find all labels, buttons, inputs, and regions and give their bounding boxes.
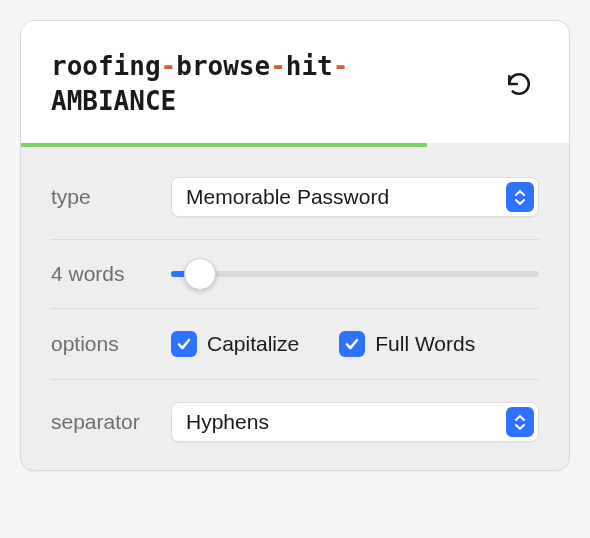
password-display-area: roofing-browse-hit-AMBIANCE (21, 21, 569, 143)
separator-label: separator (51, 410, 171, 434)
separator-select[interactable]: Hyphens (171, 402, 539, 442)
capitalize-label: Capitalize (207, 332, 299, 356)
refresh-icon (506, 71, 532, 97)
slider-thumb[interactable] (184, 258, 216, 290)
options-label: options (51, 332, 171, 356)
chevron-up-down-icon (506, 182, 534, 212)
capitalize-checkbox[interactable]: Capitalize (171, 331, 299, 357)
checkbox-box (339, 331, 365, 357)
chevron-up-down-icon (506, 407, 534, 437)
words-slider[interactable] (171, 271, 539, 277)
separator-select-value: Hyphens (186, 410, 269, 434)
separator-row: separator Hyphens (51, 380, 539, 450)
regenerate-button[interactable] (499, 64, 539, 104)
check-icon (176, 336, 192, 352)
full-words-label: Full Words (375, 332, 475, 356)
checkbox-box (171, 331, 197, 357)
full-words-checkbox[interactable]: Full Words (339, 331, 475, 357)
type-row: type Memorable Password (51, 155, 539, 240)
options-row: options Capitalize Full Words (51, 309, 539, 380)
type-label: type (51, 185, 171, 209)
words-row: 4 words (51, 240, 539, 309)
type-select[interactable]: Memorable Password (171, 177, 539, 217)
type-select-value: Memorable Password (186, 185, 389, 209)
password-generator-panel: roofing-browse-hit-AMBIANCE type Memorab… (20, 20, 570, 471)
settings-section: type Memorable Password 4 words (21, 147, 569, 470)
check-icon (344, 336, 360, 352)
words-count-label: 4 words (51, 262, 171, 286)
generated-password: roofing-browse-hit-AMBIANCE (51, 49, 471, 119)
